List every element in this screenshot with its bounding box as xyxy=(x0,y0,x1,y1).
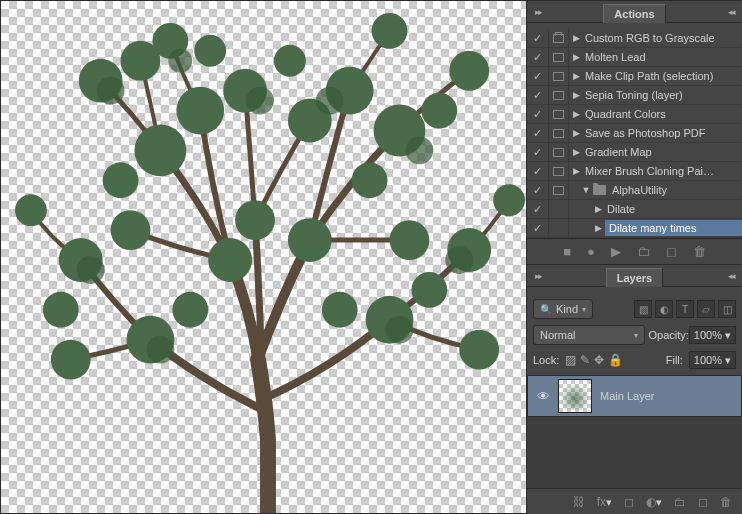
action-item[interactable]: ✓▶Make Clip Path (selection) xyxy=(527,67,742,86)
action-item[interactable]: ✓▶Molten Lead xyxy=(527,48,742,67)
collapse-icon[interactable]: ▸▸ xyxy=(535,271,541,281)
svg-point-34 xyxy=(168,49,192,73)
filter-smart-icon[interactable]: ◫ xyxy=(718,300,736,318)
action-item[interactable]: ✓▶Custom RGB to Grayscale xyxy=(527,29,742,48)
svg-point-38 xyxy=(77,256,105,284)
lock-pixels-icon[interactable]: ✎ xyxy=(580,353,590,367)
layers-panel: ▸▸ Layers ◂◂ 🔍Kind▾ ▧ ◐ T ▱ ◫ Normal▾ Op… xyxy=(527,264,742,514)
stop-icon[interactable]: ■ xyxy=(563,244,571,259)
collapse-icon[interactable]: ◂◂ xyxy=(728,271,734,281)
action-child[interactable]: ✓▶Dilate xyxy=(527,200,742,219)
adjustment-icon[interactable]: ◐▾ xyxy=(646,495,662,509)
svg-point-40 xyxy=(146,336,174,364)
collapse-icon[interactable]: ▸▸ xyxy=(535,7,541,17)
svg-point-3 xyxy=(176,87,224,135)
layer-thumbnail[interactable] xyxy=(558,379,592,413)
folder-icon xyxy=(593,185,606,195)
blend-mode-select[interactable]: Normal▾ xyxy=(533,325,645,345)
record-icon[interactable]: ● xyxy=(587,244,595,259)
tree-image xyxy=(1,1,526,513)
svg-point-5 xyxy=(135,125,187,177)
mask-icon[interactable]: ◻ xyxy=(624,495,634,509)
svg-point-14 xyxy=(390,220,430,260)
filter-type-icon[interactable]: T xyxy=(676,300,694,318)
actions-list: ✓▶Custom RGB to Grayscale ✓▶Molten Lead … xyxy=(527,29,742,238)
actions-footer: ■ ● ▶ 🗀 ◻ 🗑 xyxy=(527,238,742,264)
play-icon[interactable]: ▶ xyxy=(611,244,621,259)
layers-body: 🔍Kind▾ ▧ ◐ T ▱ ◫ Normal▾ Opacity: 100%▾ … xyxy=(527,293,742,375)
svg-point-23 xyxy=(235,200,275,240)
svg-point-22 xyxy=(459,330,499,370)
svg-point-20 xyxy=(51,340,91,380)
action-item[interactable]: ✓▶Quadrant Colors xyxy=(527,105,742,124)
visibility-icon[interactable]: 👁 xyxy=(528,389,558,404)
layer-row[interactable]: 👁 Main Layer xyxy=(527,375,742,417)
svg-point-35 xyxy=(246,87,274,115)
svg-point-39 xyxy=(445,246,473,274)
svg-point-25 xyxy=(352,162,388,198)
filter-adjustment-icon[interactable]: ◐ xyxy=(655,300,673,318)
lock-all-icon[interactable]: 🔒 xyxy=(608,353,623,367)
actions-panel: ▸▸ Actions ◂◂ ✓▶Custom RGB to Grayscale … xyxy=(527,0,742,264)
action-item[interactable]: ✓▶Mixer Brush Cloning Pai… xyxy=(527,162,742,181)
layers-panel-header[interactable]: ▸▸ Layers ◂◂ xyxy=(527,265,742,287)
layers-footer: ⛓ fx▾ ◻ ◐▾ 🗀 ◻ 🗑 xyxy=(527,488,742,514)
collapse-icon[interactable]: ◂◂ xyxy=(728,7,734,17)
layer-name[interactable]: Main Layer xyxy=(600,390,654,402)
svg-point-11 xyxy=(208,238,252,282)
svg-point-32 xyxy=(322,292,358,328)
fill-value[interactable]: 100%▾ xyxy=(689,351,736,369)
new-set-icon[interactable]: 🗀 xyxy=(637,244,650,259)
svg-point-18 xyxy=(493,184,525,216)
action-item[interactable]: ✓▶Save as Photoshop PDF xyxy=(527,124,742,143)
svg-point-26 xyxy=(194,35,226,67)
svg-point-27 xyxy=(274,45,306,77)
svg-point-12 xyxy=(288,218,332,262)
svg-point-31 xyxy=(172,292,208,328)
opacity-value[interactable]: 100%▾ xyxy=(689,326,736,344)
canvas-area[interactable] xyxy=(0,0,527,514)
svg-point-10 xyxy=(449,51,489,91)
action-folder[interactable]: ✓▼AlphaUtility xyxy=(527,181,742,200)
svg-point-30 xyxy=(411,272,447,308)
svg-point-8 xyxy=(372,13,408,49)
svg-point-41 xyxy=(386,316,414,344)
svg-point-36 xyxy=(316,87,344,115)
action-item[interactable]: ✓▶Gradient Map xyxy=(527,143,742,162)
svg-point-28 xyxy=(421,93,457,129)
svg-point-33 xyxy=(97,77,125,105)
group-icon[interactable]: 🗀 xyxy=(674,495,686,509)
link-icon[interactable]: ⛓ xyxy=(573,495,585,509)
layers-empty-area[interactable] xyxy=(527,417,742,488)
layers-tab[interactable]: Layers xyxy=(606,268,663,287)
filter-shape-icon[interactable]: ▱ xyxy=(697,300,715,318)
svg-point-16 xyxy=(15,194,47,226)
action-child-selected[interactable]: ✓▶Dilate many times xyxy=(527,219,742,238)
trash-icon[interactable]: 🗑 xyxy=(720,495,732,509)
action-item[interactable]: ✓▶Sepia Toning (layer) xyxy=(527,86,742,105)
svg-point-24 xyxy=(103,162,139,198)
svg-point-29 xyxy=(43,292,79,328)
opacity-label: Opacity: xyxy=(649,329,689,341)
actions-tab[interactable]: Actions xyxy=(603,4,665,23)
lock-transparency-icon[interactable]: ▨ xyxy=(565,353,576,367)
lock-position-icon[interactable]: ✥ xyxy=(594,353,604,367)
fill-label: Fill: xyxy=(666,354,683,366)
fx-icon[interactable]: fx▾ xyxy=(597,495,612,509)
new-layer-icon[interactable]: ◻ xyxy=(698,495,708,509)
new-action-icon[interactable]: ◻ xyxy=(666,244,677,259)
actions-panel-header[interactable]: ▸▸ Actions ◂◂ xyxy=(527,1,742,23)
filter-pixel-icon[interactable]: ▧ xyxy=(634,300,652,318)
svg-point-37 xyxy=(405,136,433,164)
filter-kind-select[interactable]: 🔍Kind▾ xyxy=(533,299,593,319)
lock-label: Lock: xyxy=(533,354,559,366)
panels-sidebar: ▸▸ Actions ◂◂ ✓▶Custom RGB to Grayscale … xyxy=(527,0,742,514)
trash-icon[interactable]: 🗑 xyxy=(693,244,706,259)
svg-point-13 xyxy=(111,210,151,250)
